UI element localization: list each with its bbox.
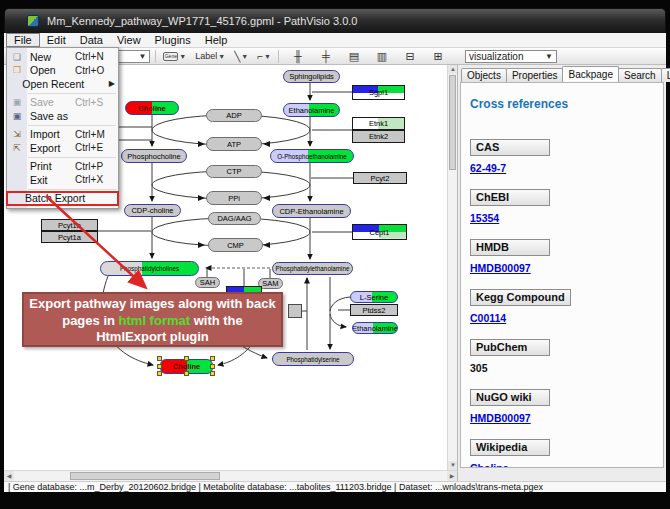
shortcut-label: Ctrl+S	[75, 97, 115, 108]
file-menu-item-label: Print	[27, 160, 75, 172]
connector-tool-button[interactable]: ⌐ ▼	[255, 49, 273, 64]
status-bar: | Gene database: ...m_Derby_20120602.bri…	[4, 481, 666, 492]
xref-link-kegg-compound[interactable]: C00114	[470, 312, 654, 324]
datanode-tool-button[interactable]: Gene ▼	[161, 49, 188, 64]
node-ptdss2[interactable]: Ptdss2	[350, 304, 398, 316]
gene-box-partial[interactable]	[226, 286, 262, 293]
node-ctp[interactable]: CTP	[206, 165, 262, 178]
common-height-button[interactable]: ⊞	[430, 49, 446, 64]
node-pcyt2[interactable]: Pcyt2	[353, 172, 407, 184]
screenshot-root: Mm_Kennedy_pathway_WP1771_45176.gpml - P…	[0, 0, 670, 509]
node-sah[interactable]: SAH	[195, 277, 220, 288]
node-ppi[interactable]: PPi	[206, 191, 262, 205]
node-choline[interactable]: Choline	[160, 359, 213, 374]
node-pcyt1a[interactable]: Pcyt1a	[41, 231, 98, 243]
node-l-serine[interactable]: L-Serine	[350, 291, 398, 303]
node-adp[interactable]: ADP	[206, 109, 262, 122]
menu-separator	[28, 125, 116, 126]
tab-objects[interactable]: Objects	[461, 68, 507, 82]
node-cmp[interactable]: CMP	[208, 238, 263, 252]
chevron-down-icon: ▼	[241, 53, 248, 60]
menu-help[interactable]: Help	[198, 33, 235, 47]
node-ethanolamine[interactable]: Ethanolamine	[352, 322, 398, 334]
tab-search[interactable]: Search	[618, 68, 662, 82]
xref-link-hmdb[interactable]: HMDB00097	[470, 262, 654, 274]
node-dag-aag[interactable]: DAG/AAG	[208, 212, 261, 225]
chevron-down-icon: ▼	[132, 52, 146, 61]
xref-header-cas: CAS	[470, 139, 550, 156]
node-sphingolipids[interactable]: Sphingolipids	[283, 70, 340, 83]
xref-link-cas[interactable]: 62-49-7	[470, 162, 654, 174]
file-menu-item-batch-export[interactable]: Batch Export	[7, 192, 118, 206]
save-icon: ▣	[7, 97, 27, 107]
shortcut-label: Ctrl+X	[75, 174, 115, 185]
node-pcyt1b[interactable]: Pcyt1b	[41, 219, 98, 231]
submenu-arrow-icon: ▶	[109, 79, 115, 88]
node-etnk2[interactable]: Etnk2	[352, 130, 405, 143]
node-phosphatidylethanolamine[interactable]: Phosphatidylethanolamine	[272, 262, 353, 275]
node-etnk1[interactable]: Etnk1	[352, 117, 405, 130]
file-menu-item-label: Open Recent	[19, 78, 84, 90]
file-menu-item-new[interactable]: ❏NewCtrl+N	[7, 50, 118, 64]
file-menu-item-open-recent[interactable]: Open Recent▶	[7, 77, 118, 91]
xref-link-chebi[interactable]: 15354	[470, 212, 654, 224]
file-menu-item-export[interactable]: ⇱ExportCtrl+E	[7, 141, 118, 155]
file-menu-item-exit[interactable]: ExitCtrl+X	[7, 173, 118, 187]
menu-bar: FileEditDataViewPluginsHelp	[4, 33, 666, 48]
node-o-phosphoethanolamine[interactable]: O-Phosphoethanolamine	[270, 149, 354, 163]
node-choline[interactable]: Choline	[125, 101, 179, 115]
node-phosphatidylcholines[interactable]: Phosphatidylcholines	[100, 261, 199, 276]
node-ethanolamine[interactable]: Ethanolamine	[283, 103, 340, 117]
shortcut-label: Ctrl+O	[75, 65, 115, 76]
vertical-scroll-thumb[interactable]	[449, 75, 456, 170]
node-cept1[interactable]: Cept1	[352, 224, 407, 240]
xref-link-nugo-wiki[interactable]: HMDB00097	[470, 412, 654, 424]
tab-legend[interactable]: Legend	[661, 68, 670, 82]
horizontal-scrollbar[interactable]: ◀ ▶	[4, 470, 457, 481]
menu-edit[interactable]: Edit	[40, 33, 73, 47]
file-menu-item-save[interactable]: ▣SaveCtrl+S	[7, 96, 118, 110]
tab-backpage[interactable]: Backpage	[562, 66, 618, 82]
menu-plugins[interactable]: Plugins	[148, 33, 198, 47]
window-title: Mm_Kennedy_pathway_WP1771_45176.gpml - P…	[47, 15, 357, 27]
vertical-scrollbar[interactable]: ▲ ▼	[447, 65, 457, 470]
node-cdp-ethanolamine[interactable]: CDP-Ethanolamine	[272, 204, 351, 218]
label-tool-button[interactable]: Label ▼	[193, 49, 227, 64]
distribute-vertical-icon: ▥	[377, 50, 387, 63]
node-atp[interactable]: ATP	[206, 137, 262, 151]
common-height-icon: ⊞	[433, 50, 442, 63]
line-tool-button[interactable]: ╲ ▼	[232, 49, 250, 64]
xref-header-kegg-compound: Kegg Compound	[470, 289, 571, 306]
gene-node-icon: Gene	[163, 52, 178, 61]
node-cdp-choline[interactable]: CDP-choline	[124, 204, 181, 217]
file-menu-item-label: Save	[27, 96, 75, 108]
align-middle-button[interactable]: ╪	[318, 49, 334, 64]
node-sgpl1[interactable]: Sgpl1	[352, 85, 405, 100]
menu-data[interactable]: Data	[73, 33, 110, 47]
align-center-button[interactable]: ╫	[290, 49, 306, 64]
export-icon: ⇱	[7, 143, 27, 153]
shortcut-label: Ctrl+M	[75, 129, 115, 140]
common-width-button[interactable]: ⊟	[402, 49, 418, 64]
tab-properties[interactable]: Properties	[506, 68, 564, 82]
visualization-combobox[interactable]: visualization ▼	[465, 50, 557, 63]
menu-file[interactable]: File	[6, 33, 40, 47]
distribute-horizontal-button[interactable]: ▤	[346, 49, 362, 64]
menu-separator	[28, 157, 116, 158]
xref-link-wikipedia[interactable]: Choline	[470, 462, 654, 468]
file-menu-dropdown: ❏NewCtrl+N❐OpenCtrl+OOpen Recent▶▣SaveCt…	[6, 47, 119, 209]
node-phosphocholine[interactable]: Phosphocholine	[121, 149, 187, 163]
chevron-down-icon: ▼	[264, 53, 271, 60]
horizontal-scroll-thumb[interactable]	[70, 472, 220, 480]
distribute-vertical-button[interactable]: ▥	[374, 49, 390, 64]
side-panel: ObjectsPropertiesBackpageSearchLegend Cr…	[457, 65, 666, 481]
file-menu-item-print[interactable]: PrintCtrl+P	[7, 160, 118, 174]
file-menu-item-save-as[interactable]: ▣Save as	[7, 109, 118, 123]
file-menu-item-label: Save as	[27, 110, 75, 122]
node-phosphatidylserine[interactable]: Phosphatidylserine	[272, 352, 354, 366]
file-menu-item-import[interactable]: ⇲ImportCtrl+M	[7, 128, 118, 142]
menu-view[interactable]: View	[110, 33, 148, 47]
file-menu-item-open[interactable]: ❐OpenCtrl+O	[7, 64, 118, 78]
gene-box-stub[interactable]	[288, 304, 302, 318]
align-center-icon: ╫	[294, 50, 302, 62]
